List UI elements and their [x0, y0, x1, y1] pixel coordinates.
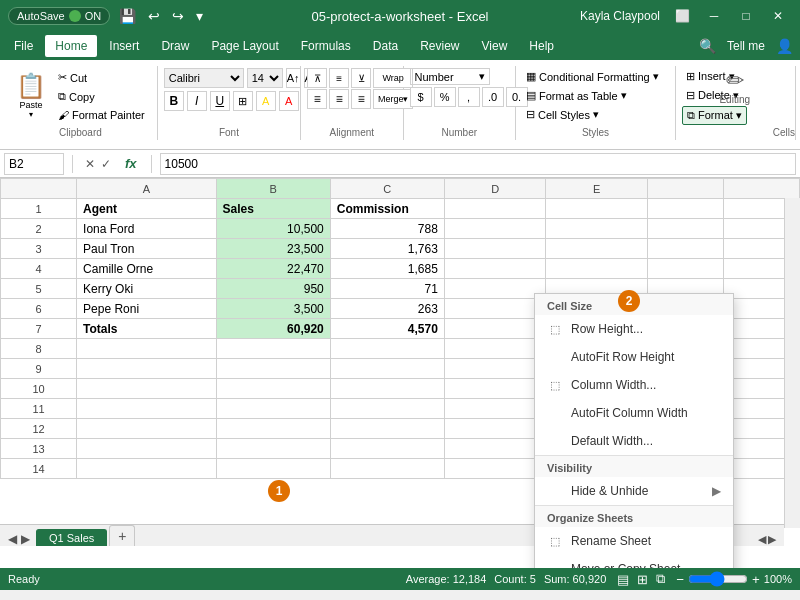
menu-view[interactable]: View: [472, 35, 518, 57]
cell-b3[interactable]: 23,500: [216, 239, 330, 259]
cell-d8[interactable]: [444, 339, 545, 359]
formula-confirm-icon[interactable]: ✓: [101, 157, 111, 171]
cell-d4[interactable]: [444, 259, 545, 279]
menu-home[interactable]: Home: [45, 35, 97, 57]
cell-a2[interactable]: Iona Ford: [77, 219, 217, 239]
underline-button[interactable]: U: [210, 91, 230, 111]
sheet-scroll-left-button[interactable]: ◀: [8, 532, 17, 546]
borders-button[interactable]: ⊞: [233, 91, 253, 111]
cell-a6[interactable]: Pepe Roni: [77, 299, 217, 319]
cell-d3[interactable]: [444, 239, 545, 259]
more-qa-button[interactable]: ▾: [193, 7, 206, 25]
vertical-scrollbar[interactable]: [784, 198, 800, 528]
save-button[interactable]: 💾: [116, 7, 139, 25]
cell-d13[interactable]: [444, 439, 545, 459]
ribbon-toggle-button[interactable]: ⬜: [668, 6, 696, 26]
cell-styles-button[interactable]: ⊟ Cell Styles ▾: [522, 106, 603, 123]
cell-b13[interactable]: [216, 439, 330, 459]
cell-a1[interactable]: Agent: [77, 199, 217, 219]
redo-button[interactable]: ↪: [169, 7, 187, 25]
cell-a11[interactable]: [77, 399, 217, 419]
row-height-item[interactable]: ⬚ Row Height...: [535, 315, 733, 343]
undo-button[interactable]: ↩: [145, 7, 163, 25]
number-format-select[interactable]: Number ▾: [410, 68, 490, 85]
font-name-select[interactable]: Calibri: [164, 68, 244, 88]
default-width-item[interactable]: Default Width...: [535, 427, 733, 455]
cell-c13[interactable]: [330, 439, 444, 459]
align-center-button[interactable]: ≡: [329, 89, 349, 109]
cell-b11[interactable]: [216, 399, 330, 419]
cell-d5[interactable]: [444, 279, 545, 299]
menu-data[interactable]: Data: [363, 35, 408, 57]
move-copy-item[interactable]: Move or Copy Sheet...: [535, 555, 733, 568]
zoom-slider[interactable]: [688, 571, 748, 587]
zoom-out-button[interactable]: −: [676, 572, 684, 587]
cell-d9[interactable]: [444, 359, 545, 379]
share-button[interactable]: 👤: [773, 37, 796, 55]
align-bottom-button[interactable]: ⊻: [351, 68, 371, 88]
cell-c8[interactable]: [330, 339, 444, 359]
cut-button[interactable]: ✂Cut: [54, 69, 149, 86]
cell-a5[interactable]: Kerry Oki: [77, 279, 217, 299]
page-break-view-button[interactable]: ⧉: [653, 571, 668, 587]
cell-d2[interactable]: [444, 219, 545, 239]
cell-d14[interactable]: [444, 459, 545, 479]
formula-input[interactable]: [160, 153, 796, 175]
cell-b12[interactable]: [216, 419, 330, 439]
cell-b4[interactable]: 22,470: [216, 259, 330, 279]
cell-c6[interactable]: 263: [330, 299, 444, 319]
font-color-button[interactable]: A: [279, 91, 299, 111]
cell-b9[interactable]: [216, 359, 330, 379]
cell-b10[interactable]: [216, 379, 330, 399]
cell-f3[interactable]: [647, 239, 723, 259]
align-left-button[interactable]: ≡: [307, 89, 327, 109]
tab-next-button[interactable]: ▶: [768, 533, 776, 546]
accounting-button[interactable]: $: [410, 87, 432, 107]
format-painter-button[interactable]: 🖌Format Painter: [54, 107, 149, 123]
sheet-scroll-right-button[interactable]: ▶: [21, 532, 30, 546]
decrease-decimal-button[interactable]: .0: [482, 87, 504, 107]
cell-a7[interactable]: Totals: [77, 319, 217, 339]
maximize-button[interactable]: □: [732, 6, 760, 26]
page-layout-view-button[interactable]: ⊞: [634, 571, 651, 587]
cell-f4[interactable]: [647, 259, 723, 279]
cell-c10[interactable]: [330, 379, 444, 399]
cell-b7[interactable]: 60,920: [216, 319, 330, 339]
copy-button[interactable]: ⧉Copy: [54, 88, 149, 105]
percent-button[interactable]: %: [434, 87, 456, 107]
menu-help[interactable]: Help: [519, 35, 564, 57]
cell-b6[interactable]: 3,500: [216, 299, 330, 319]
menu-formulas[interactable]: Formulas: [291, 35, 361, 57]
bold-button[interactable]: B: [164, 91, 184, 111]
fill-color-button[interactable]: A: [256, 91, 276, 111]
autosave-toggle[interactable]: AutoSave ON: [8, 7, 110, 25]
cell-e1[interactable]: [546, 199, 647, 219]
cell-a9[interactable]: [77, 359, 217, 379]
autofit-column-width-item[interactable]: AutoFit Column Width: [535, 399, 733, 427]
normal-view-button[interactable]: ▤: [614, 571, 632, 587]
cell-b8[interactable]: [216, 339, 330, 359]
cell-b5[interactable]: 950: [216, 279, 330, 299]
font-size-select[interactable]: 14: [247, 68, 283, 88]
cell-a10[interactable]: [77, 379, 217, 399]
cell-a4[interactable]: Camille Orne: [77, 259, 217, 279]
col-header-d[interactable]: D: [444, 179, 545, 199]
zoom-in-button[interactable]: +: [752, 572, 760, 587]
cell-d1[interactable]: [444, 199, 545, 219]
cell-a3[interactable]: Paul Tron: [77, 239, 217, 259]
format-button[interactable]: ⧉ Format ▾: [682, 106, 747, 125]
cell-f1[interactable]: [647, 199, 723, 219]
hide-unhide-item[interactable]: Hide & Unhide ▶: [535, 477, 733, 505]
col-header-b[interactable]: B: [216, 179, 330, 199]
cell-d11[interactable]: [444, 399, 545, 419]
align-top-button[interactable]: ⊼: [307, 68, 327, 88]
menu-page-layout[interactable]: Page Layout: [201, 35, 288, 57]
col-header-f[interactable]: [647, 179, 723, 199]
cell-c11[interactable]: [330, 399, 444, 419]
cell-a12[interactable]: [77, 419, 217, 439]
menu-draw[interactable]: Draw: [151, 35, 199, 57]
cell-a8[interactable]: [77, 339, 217, 359]
cell-b1[interactable]: Sales: [216, 199, 330, 219]
cell-e4[interactable]: [546, 259, 647, 279]
cell-c3[interactable]: 1,763: [330, 239, 444, 259]
